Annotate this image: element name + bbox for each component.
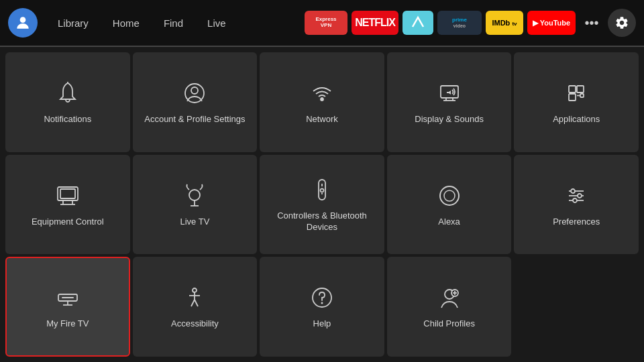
app-expressvpn[interactable]: ExpressVPN [305,11,347,35]
tile-notifications[interactable]: Notifications [5,52,130,152]
tile-display-sounds[interactable]: Display & Sounds [387,52,512,152]
tile-help-label: Help [313,318,331,330]
svg-point-45 [321,302,323,304]
display-sound-icon [435,79,464,107]
svg-point-27 [440,186,459,205]
tile-controllers-bluetooth[interactable]: Controllers & Bluetooth Devices [260,155,384,255]
svg-rect-10 [577,86,584,93]
svg-point-25 [320,189,323,192]
app-netflix[interactable]: NETFLIX [352,11,398,35]
alexa-icon [435,182,464,210]
tile-notifications-label: Notifications [44,114,91,125]
svg-rect-11 [569,94,576,101]
app-youtube[interactable]: ▶ YouTube [527,11,576,35]
remote-icon [308,176,336,204]
svg-point-28 [444,190,455,201]
svg-point-3 [191,87,198,94]
nav-more-button[interactable]: ••• [580,11,604,35]
app-icons: ExpressVPN NETFLIX prime video IMDb tv ▶… [305,9,636,37]
svg-point-34 [573,198,577,202]
tile-my-fire-tv[interactable]: My Fire TV [5,257,130,357]
nav-home[interactable]: Home [101,12,152,34]
app-imdb[interactable]: IMDb tv [486,11,523,35]
svg-rect-9 [569,86,576,93]
svg-point-0 [20,17,26,23]
tile-applications[interactable]: Applications [514,52,639,152]
wifi-icon [308,79,336,107]
tile-alexa[interactable]: Alexa [387,155,512,255]
sliders-icon [562,182,590,210]
nav-find[interactable]: Find [152,12,195,34]
svg-point-4 [321,98,323,101]
app-prime[interactable]: prime video [437,11,482,35]
svg-rect-12 [580,94,584,97]
svg-point-39 [193,288,197,292]
help-icon [308,284,336,312]
tile-alexa-label: Alexa [438,217,460,228]
apps-icon [562,79,590,107]
tile-controllers-bluetooth-label: Controllers & Bluetooth Devices [265,210,379,233]
tile-child-profiles[interactable]: Child Profiles [387,257,512,357]
svg-line-42 [191,300,195,306]
tile-child-profiles-label: Child Profiles [423,318,475,330]
tv-monitor-icon [54,182,82,210]
bell-icon [54,79,82,107]
tile-equipment-control[interactable]: Equipment Control [5,155,130,255]
svg-rect-23 [319,180,325,200]
tile-equipment-control-label: Equipment Control [32,217,104,228]
nav-links: Library Home Find Live [46,12,238,34]
antenna-icon [180,182,209,210]
tile-network[interactable]: Network [260,52,384,152]
person-circle-icon [180,79,209,107]
svg-point-20 [189,190,200,200]
tile-live-tv-label: Live TV [180,217,209,228]
tile-my-fire-tv-label: My Fire TV [46,318,89,330]
tile-network-label: Network [306,114,338,125]
tile-preferences-label: Preferences [553,217,600,228]
tile-live-tv[interactable]: Live TV [133,155,258,255]
svg-point-33 [578,194,582,198]
tile-empty [514,257,639,357]
child-profile-icon [435,284,464,312]
tile-help[interactable]: Help [260,257,384,357]
svg-rect-16 [60,189,75,198]
app-freeform[interactable] [402,11,433,35]
tile-applications-label: Applications [553,114,600,125]
svg-rect-38 [62,297,74,298]
svg-point-32 [571,189,575,193]
tile-account[interactable]: Account & Profile Settings [133,52,258,152]
nav-library[interactable]: Library [46,12,101,34]
tile-accessibility[interactable]: Accessibility [133,257,258,357]
accessibility-icon [180,284,209,312]
settings-grid: Notifications Account & Profile Settings… [0,47,644,362]
svg-line-43 [195,300,198,306]
settings-button[interactable] [608,9,636,37]
tile-display-sounds-label: Display & Sounds [415,114,484,125]
tile-account-label: Account & Profile Settings [144,114,245,125]
tile-accessibility-label: Accessibility [171,318,219,330]
avatar[interactable] [8,8,38,38]
nav-live[interactable]: Live [195,12,238,34]
fire-tv-icon [54,284,82,312]
top-nav: Library Home Find Live ExpressVPN NETFLI… [0,0,644,46]
tile-preferences[interactable]: Preferences [514,155,639,255]
